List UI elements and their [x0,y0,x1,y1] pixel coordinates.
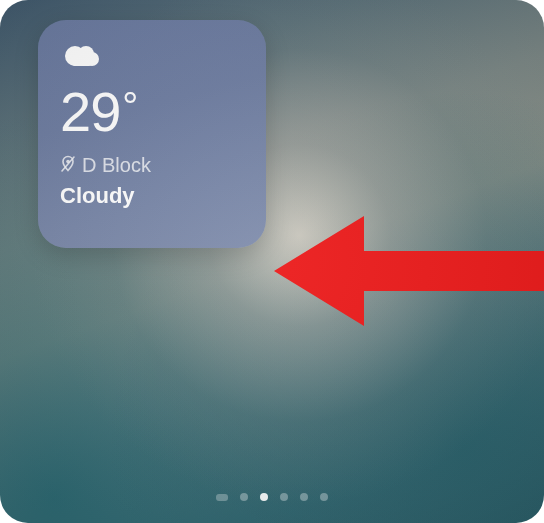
page-dot-active[interactable] [260,493,268,501]
temperature: 29 ° [60,84,244,140]
page-dot[interactable] [300,493,308,501]
svg-marker-6 [274,216,544,326]
cloud-icon [60,42,244,74]
temperature-value: 29 [60,84,120,140]
location-off-icon [60,155,76,177]
home-screen[interactable]: 29 ° D Block Cloudy [0,0,544,523]
location-label: D Block [82,154,151,177]
page-dot[interactable] [240,493,248,501]
condition-label: Cloudy [60,183,244,209]
page-dot[interactable] [216,494,228,501]
annotation-arrow-icon [274,206,544,336]
weather-widget[interactable]: 29 ° D Block Cloudy [38,20,266,248]
page-indicator[interactable] [216,493,328,501]
location-row: D Block [60,154,244,177]
degree-symbol: ° [122,86,138,126]
page-dot[interactable] [320,493,328,501]
svg-point-3 [85,52,99,66]
page-dot[interactable] [280,493,288,501]
